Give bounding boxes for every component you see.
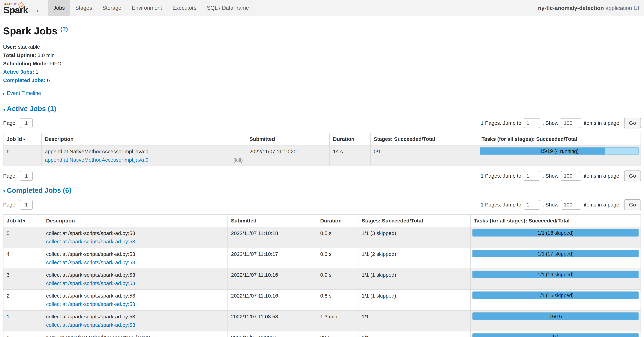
job-row: 4collect at /spark-scripts/spark-ad.py:5… [3, 248, 641, 269]
task-progress-bar: 16/16 [472, 312, 639, 320]
tab-storage[interactable]: Storage [97, 0, 126, 16]
column-header-job-id[interactable]: Job Id ▾ [3, 133, 42, 145]
show-text: . Show [542, 201, 558, 208]
progress-label: 1/1 [473, 334, 638, 337]
event-timeline-toggle[interactable]: ▸Event Timeline [3, 89, 641, 97]
description-cell: collect at /spark-scripts/spark-ad.py:53… [43, 290, 228, 311]
summary-item: Scheduling Mode: FIFO [3, 60, 641, 67]
tab-environment[interactable]: Environment [126, 0, 167, 16]
task-progress-bar: 15/19 (4 running) [480, 147, 639, 155]
page-number-input[interactable] [20, 118, 33, 128]
job-description: collect at /spark-scripts/spark-ad.py:53 [46, 271, 224, 279]
summary-label: Total Uptime: [3, 52, 36, 58]
pages-jump-text: 1 Pages. Jump to [481, 201, 521, 208]
submitted-cell: 2022/11/07 11:08:15 [228, 331, 317, 337]
summary-link-label[interactable]: Active Jobs: [3, 69, 34, 75]
column-header-description[interactable]: Description [42, 133, 246, 145]
submitted-cell: 2022/11/07 11:08:58 [228, 311, 317, 331]
summary-label: Scheduling Mode: [3, 61, 48, 66]
jump-to-input[interactable] [524, 118, 540, 128]
application-label: ny-tlc-anomaly-detection application UI [538, 4, 644, 12]
tab-sql-dataframe[interactable]: SQL / DataFrame [202, 0, 254, 16]
pagination-bar: Page: 1 Pages. Jump to . Show items in a… [3, 118, 641, 128]
stages-cell: 1/1 [358, 331, 470, 337]
page-title: Spark Jobs (?) [3, 22, 641, 38]
stages-cell: 1/1 (1 skipped) [358, 290, 470, 311]
help-link[interactable]: (?) [60, 25, 68, 32]
column-header-tasks-for-all-stages-succeeded-total[interactable]: Tasks (for all stages): Succeeded/Total [470, 215, 641, 227]
tasks-cell: 1/1 (16 skipped) [470, 290, 641, 311]
column-header-duration[interactable]: Duration [330, 133, 370, 145]
show-text: . Show [542, 172, 558, 180]
job-description-link[interactable]: collect at /spark-scripts/spark-ad.py:53 [46, 238, 135, 245]
submitted-cell: 2022/11/07 11:10:20 [246, 145, 330, 166]
description-cell: collect at /spark-scripts/spark-ad.py:53… [43, 248, 228, 269]
page-number-input[interactable] [20, 200, 33, 210]
column-header-submitted[interactable]: Submitted [228, 215, 317, 227]
go-button[interactable]: Go [624, 171, 641, 181]
job-id-cell: 2 [3, 290, 43, 311]
job-id-cell: 6 [3, 145, 42, 166]
progress-label: 16/16 [473, 313, 638, 320]
tab-stages[interactable]: Stages [70, 0, 98, 16]
spark-logo[interactable]: APACHE Spark 3.3.0 [0, 0, 42, 16]
go-button[interactable]: Go [624, 199, 641, 210]
column-header-description[interactable]: Description [43, 215, 228, 227]
job-id-cell: 5 [3, 227, 43, 248]
jump-to-input[interactable] [524, 171, 540, 181]
job-description-link[interactable]: collect at /spark-scripts/spark-ad.py:53 [46, 321, 135, 329]
show-count-input[interactable] [561, 171, 582, 181]
summary-link-label[interactable]: Completed Jobs: [3, 77, 46, 83]
job-row: 5collect at /spark-scripts/spark-ad.py:5… [3, 227, 641, 248]
tab-executors[interactable]: Executors [167, 0, 202, 16]
progress-label: 15/19 (4 running) [480, 148, 638, 154]
task-progress-bar: 1/1 (18 skipped) [472, 229, 639, 237]
job-description-link[interactable]: collect at /spark-scripts/spark-ad.py:53 [46, 301, 135, 308]
summary-label: User: [3, 44, 16, 50]
navbar-tabs: JobsStagesStorageEnvironmentExecutorsSQL… [48, 0, 254, 16]
summary-item: User: stackable [3, 43, 641, 50]
page-number-input[interactable] [20, 171, 33, 181]
task-progress-bar: 1/1 (16 skipped) [472, 271, 639, 278]
column-header-submitted[interactable]: Submitted [246, 133, 330, 145]
collapse-arrow-icon: ▾ [3, 189, 6, 194]
event-timeline-label: Event Timeline [7, 90, 41, 96]
job-id-cell: 1 [3, 311, 43, 331]
duration-cell: 0.8 s [317, 290, 358, 311]
show-count-input[interactable] [561, 200, 582, 210]
pagination-bar: Page: 1 Pages. Jump to . Show items in a… [3, 199, 641, 210]
job-description: collect at /spark-scripts/spark-ad.py:53 [46, 313, 224, 320]
active-jobs-table: Job Id ▾DescriptionSubmittedDurationStag… [3, 133, 641, 166]
job-description-link[interactable]: collect at /spark-scripts/spark-ad.py:53 [46, 280, 135, 287]
stages-cell: 1/1 [358, 311, 470, 331]
column-header-stages-succeeded-total[interactable]: Stages: Succeeded/Total [358, 215, 470, 227]
go-button[interactable]: Go [624, 118, 641, 128]
show-count-input[interactable] [561, 118, 582, 128]
job-description-link[interactable]: collect at /spark-scripts/spark-ad.py:53 [46, 259, 135, 266]
completed-jobs-section-header[interactable]: ▾Completed Jobs (6) [3, 185, 641, 195]
tab-jobs[interactable]: Jobs [48, 0, 70, 16]
stages-cell: 1/1 (3 skipped) [358, 227, 470, 248]
job-row: 2collect at /spark-scripts/spark-ad.py:5… [3, 290, 641, 311]
job-id-cell: 4 [3, 248, 43, 269]
navbar: APACHE Spark 3.3.0 JobsStagesStorageEnvi… [0, 0, 644, 16]
submitted-cell: 2022/11/07 11:10:16 [228, 269, 317, 290]
tasks-cell: 1/1 (18 skipped) [470, 227, 641, 248]
description-cell: collect at /spark-scripts/spark-ad.py:53… [43, 311, 228, 331]
job-row: 6append at NativeMethodAccessorImpl.java… [3, 145, 641, 166]
main-content: Spark Jobs (?) User: stackableTotal Upti… [0, 22, 644, 337]
page-title-text: Spark Jobs [3, 25, 58, 36]
column-header-job-id[interactable]: Job Id ▾ [3, 215, 43, 227]
column-header-stages-succeeded-total[interactable]: Stages: Succeeded/Total [370, 133, 478, 145]
progress-label: 1/1 (16 skipped) [473, 292, 638, 299]
job-description-link[interactable]: append at NativeMethodAccessorImpl.java:… [45, 156, 148, 164]
kill-link[interactable]: (kill) [233, 156, 243, 164]
job-description: collect at /spark-scripts/spark-ad.py:53 [46, 230, 224, 237]
active-jobs-section-header[interactable]: ▾Active Jobs (1) [3, 104, 641, 113]
application-name: ny-tlc-anomaly-detection [538, 5, 604, 11]
submitted-cell: 2022/11/07 11:10:18 [228, 227, 317, 248]
progress-label: 1/1 (17 skipped) [473, 250, 638, 257]
jump-to-input[interactable] [524, 200, 540, 210]
column-header-tasks-for-all-stages-succeeded-total[interactable]: Tasks (for all stages): Succeeded/Total [478, 133, 641, 145]
column-header-duration[interactable]: Duration [317, 215, 358, 227]
